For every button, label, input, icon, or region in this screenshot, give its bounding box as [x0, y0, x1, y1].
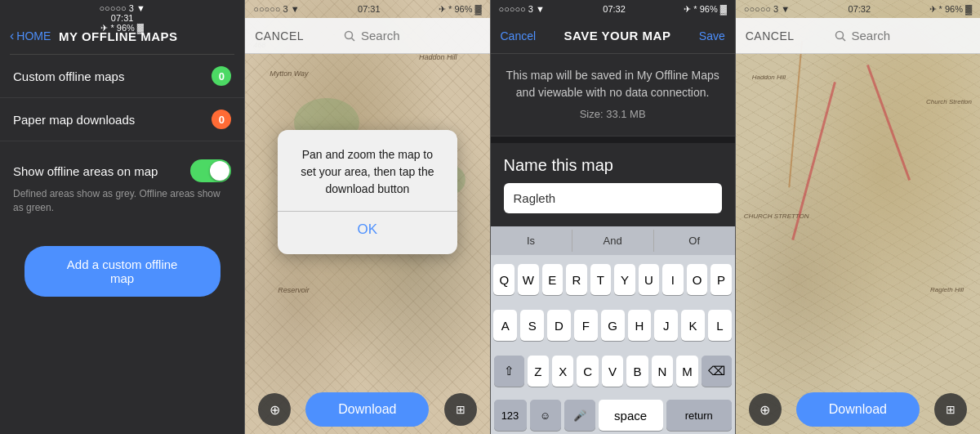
map-label-2: Haddon Hill [419, 53, 457, 61]
cancel-button-p2[interactable]: CANCEL [255, 29, 304, 43]
map-label-p4-1: Haddon Hill [752, 74, 786, 81]
status-right-p3: ✈ * 96% ▓ [684, 4, 726, 15]
key-R[interactable]: R [566, 264, 587, 295]
back-button[interactable]: ‹ HOME [10, 29, 51, 43]
layers-button-p2[interactable]: ⊞ [444, 393, 477, 426]
predictive-key-and[interactable]: And [572, 230, 654, 252]
key-F[interactable]: F [574, 310, 598, 341]
dialog-text: Pan and zoom the map to set your area, t… [297, 146, 438, 198]
key-K[interactable]: K [681, 310, 705, 341]
shift-key[interactable]: ⇧ [494, 356, 524, 387]
key-Y[interactable]: Y [614, 264, 635, 295]
search-label-p4: Search [852, 29, 891, 43]
pan-zoom-dialog: Pan and zoom the map to set your area, t… [278, 130, 457, 254]
key-space[interactable]: space [599, 400, 663, 431]
key-O[interactable]: O [687, 264, 708, 295]
key-U[interactable]: U [639, 264, 660, 295]
keyboard-bottom-row: 123 ☺ 🎤 space return [491, 396, 735, 434]
key-E[interactable]: E [542, 264, 564, 295]
compass-icon: ⊕ [270, 402, 280, 418]
key-B[interactable]: B [626, 356, 648, 387]
key-L[interactable]: L [708, 310, 732, 341]
toggle-label: Show offline areas on map [13, 164, 158, 178]
svg-point-0 [345, 31, 353, 38]
dialog-ok-button[interactable]: OK [297, 221, 438, 238]
status-right-p2: ✈ * 96% ▓ [439, 4, 481, 15]
svg-line-1 [352, 38, 355, 41]
layers-icon-p4: ⊞ [946, 403, 956, 416]
key-G[interactable]: G [601, 310, 625, 341]
keyboard-row-3: ⇧ Z X C V B N M ⌫ [494, 356, 732, 387]
chevron-left-icon: ‹ [10, 29, 14, 43]
show-offline-toggle[interactable] [190, 159, 231, 182]
cancel-button-p3[interactable]: Cancel [501, 29, 537, 43]
keyboard-predictive-row: Is And Of [491, 226, 735, 255]
key-return[interactable]: return [666, 400, 732, 431]
keyboard-row-1: Q W E R T Y U I O P [494, 264, 732, 295]
key-X[interactable]: X [552, 356, 573, 387]
key-W[interactable]: W [518, 264, 539, 295]
layers-button-p4[interactable]: ⊞ [934, 393, 967, 426]
key-M[interactable]: M [676, 356, 697, 387]
compass-button-p2[interactable]: ⊕ [258, 393, 291, 426]
nav-bar-p1: ‹ HOME MY OFFLINE MAPS [0, 18, 244, 54]
key-D[interactable]: D [547, 310, 571, 341]
map-label-4: Reservoir [278, 286, 310, 294]
key-N[interactable]: N [652, 356, 673, 387]
key-emoji[interactable]: ☺ [530, 400, 561, 431]
predictive-key-is[interactable]: Is [491, 230, 572, 252]
key-I[interactable]: I [662, 264, 684, 295]
key-123[interactable]: 123 [494, 400, 527, 431]
cancel-button-p4[interactable]: CANCEL [746, 29, 795, 43]
status-left-p3: ○○○○○ 3 ▼ [499, 4, 545, 14]
key-T[interactable]: T [590, 264, 612, 295]
key-C[interactable]: C [577, 356, 598, 387]
status-time-p3: 07:32 [603, 4, 626, 14]
status-bar-p1: ○○○○○ 3 ▼ 07:31 ✈ * 96% ▓ [0, 0, 244, 18]
paper-map-label: Paper map downloads [13, 113, 135, 127]
custom-offline-maps-item[interactable]: Custom offline maps 0 [0, 55, 244, 98]
panel-map-dialog: Mytton Way Haddon Hill Cow Ridge Reservo… [244, 0, 489, 434]
layers-icon: ⊞ [456, 403, 466, 416]
back-label: HOME [16, 29, 51, 43]
compass-button-p4[interactable]: ⊕ [749, 393, 782, 426]
key-S[interactable]: S [520, 310, 544, 341]
key-Z[interactable]: Z [528, 356, 549, 387]
key-A[interactable]: A [493, 310, 517, 341]
show-offline-toggle-row: Show offline areas on map [0, 148, 244, 186]
map-name-input[interactable] [504, 183, 722, 213]
page-title-p1: MY OFFLINE MAPS [51, 29, 185, 43]
save-info-text: This map will be saved in My Offline Map… [491, 54, 735, 136]
save-button-p3[interactable]: Save [699, 29, 725, 43]
status-left-p2: ○○○○○ 3 ▼ [253, 4, 299, 14]
map-label-1: Mytton Way [270, 69, 308, 78]
search-area-p2[interactable]: Search [304, 29, 439, 43]
download-button-p4[interactable]: Download [796, 392, 920, 427]
status-time-p4: 07:32 [849, 4, 871, 14]
bottom-bar-p4: ⊕ Download ⊞ [736, 385, 980, 434]
nav-bar-p4: CANCEL Search [736, 18, 980, 54]
key-V[interactable]: V [602, 356, 623, 387]
add-custom-map-button[interactable]: Add a custom offline map [24, 246, 220, 297]
custom-offline-maps-label: Custom offline maps [13, 69, 124, 83]
key-P[interactable]: P [710, 264, 732, 295]
panel-offline-maps: ○○○○○ 3 ▼ 07:31 ✈ * 96% ▓ ‹ HOME MY OFFL… [0, 0, 244, 434]
keyboard-area: Is And Of Q W E R T Y U I O P A S D F [491, 226, 735, 435]
predictive-key-of[interactable]: Of [654, 230, 735, 252]
page-title-p3: SAVE YOUR MAP [536, 29, 699, 43]
paper-map-downloads-item[interactable]: Paper map downloads 0 [0, 98, 244, 141]
map-background-p4[interactable]: Haddon Hill CHURCH STRETTON Ragleth Hill… [736, 0, 980, 434]
key-H[interactable]: H [628, 310, 652, 341]
delete-key[interactable]: ⌫ [702, 356, 732, 387]
key-Q[interactable]: Q [493, 264, 514, 295]
key-J[interactable]: J [654, 310, 678, 341]
svg-line-3 [842, 38, 845, 41]
nav-bar-p2: CANCEL Search [245, 18, 489, 54]
search-area-p4[interactable]: Search [795, 29, 929, 43]
download-button-p2[interactable]: Download [305, 392, 429, 427]
search-icon-p4 [834, 29, 847, 43]
paper-map-badge: 0 [212, 110, 231, 129]
dialog-divider [278, 211, 457, 212]
key-mic[interactable]: 🎤 [564, 400, 595, 431]
panel-save-map: ○○○○○ 3 ▼ 07:32 ✈ * 96% ▓ Cancel SAVE YO… [490, 0, 735, 434]
